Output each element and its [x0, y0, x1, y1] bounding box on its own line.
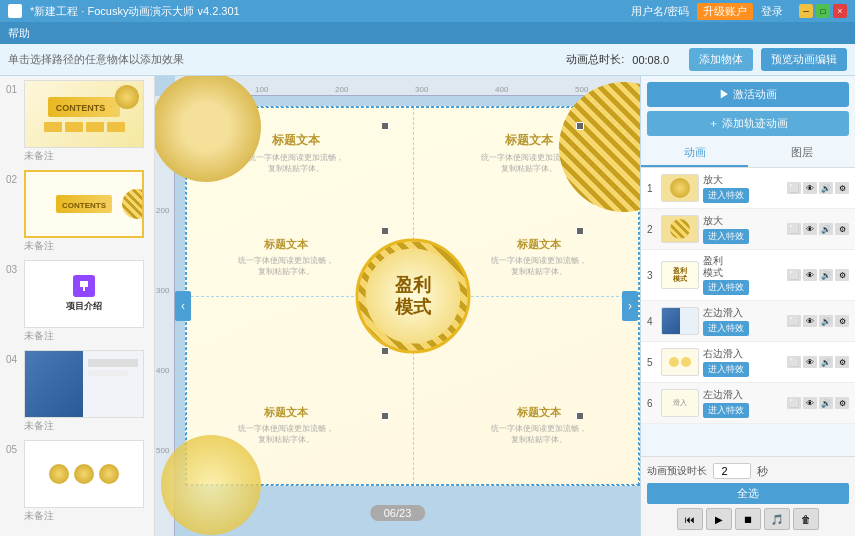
win-minimize[interactable]: ─: [799, 4, 813, 18]
upgrade-btn[interactable]: 升级账户: [697, 3, 753, 20]
anim-item-4[interactable]: 4 左边滑入 进入特效 ⬜ 👁 🔊 ⚙: [641, 301, 855, 342]
page-indicator: 06/23: [370, 505, 426, 521]
activate-btn[interactable]: ▶ 激活动画: [647, 82, 849, 107]
anim-icon-sound-1[interactable]: 🔊: [819, 182, 833, 194]
anim-icon-gear-4[interactable]: ⚙: [835, 315, 849, 327]
anim-num-6: 6: [647, 398, 657, 409]
anim-icon-eye-2[interactable]: 👁: [803, 223, 817, 235]
anim-item-1[interactable]: 1 放大 进入特效 ⬜ 👁 🔊 ⚙: [641, 168, 855, 209]
add-anim-wrap: ＋ 添加轨迹动画: [641, 107, 855, 140]
anim-icon-sound-3[interactable]: 🔊: [819, 269, 833, 281]
anim-icon-gear-5[interactable]: ⚙: [835, 356, 849, 368]
enter-btn-3[interactable]: 进入特效: [703, 280, 749, 295]
anim-icon-eye-4[interactable]: 👁: [803, 315, 817, 327]
canvas-area[interactable]: 100 200 300 400 500 600 700 100 200 300 …: [155, 76, 640, 536]
anim-icon-monitor-6[interactable]: ⬜: [787, 397, 801, 409]
anim-icon-monitor-1[interactable]: ⬜: [787, 182, 801, 194]
select-all-btn[interactable]: 全选: [647, 483, 849, 504]
anim-thumb-2: [661, 215, 699, 243]
slide-label-4: 未备注: [0, 418, 154, 436]
toolbar: 单击选择路径的任意物体以添加效果 动画总时长: 00:08.0 添加物体 预览动…: [0, 44, 855, 76]
anim-num-2: 2: [647, 224, 657, 235]
anim-icon-sound-4[interactable]: 🔊: [819, 315, 833, 327]
stop-btn[interactable]: ⏹: [735, 508, 761, 530]
slide-label-5: 未备注: [0, 508, 154, 526]
anim-icon-gear-2[interactable]: ⚙: [835, 223, 849, 235]
slide-num-1: 01: [6, 84, 20, 148]
anim-icon-sound-6[interactable]: 🔊: [819, 397, 833, 409]
anim-controls-4: ⬜ 👁 🔊 ⚙: [787, 315, 849, 327]
anim-num-4: 4: [647, 316, 657, 327]
duration-preset-label: 动画预设时长: [647, 464, 707, 478]
center-circle-text: 盈利 模式: [395, 274, 431, 317]
enter-btn-2[interactable]: 进入特效: [703, 229, 749, 244]
anim-icon-eye-6[interactable]: 👁: [803, 397, 817, 409]
animation-list: 1 放大 进入特效 ⬜ 👁 🔊 ⚙: [641, 168, 855, 456]
anim-icon-sound-2[interactable]: 🔊: [819, 223, 833, 235]
center-circle[interactable]: 盈利 模式: [355, 239, 470, 354]
anim-controls-5: ⬜ 👁 🔊 ⚙: [787, 356, 849, 368]
menu-help[interactable]: 帮助: [8, 26, 30, 41]
add-object-button[interactable]: 添加物体: [689, 48, 753, 71]
slide-item-3[interactable]: 03 项目介绍: [0, 256, 154, 328]
anim-item-6[interactable]: 6 滑入 左边滑入 进入特效 ⬜ 👁 🔊 ⚙: [641, 383, 855, 424]
sound-btn[interactable]: 🎵: [764, 508, 790, 530]
anim-icon-gear-6[interactable]: ⚙: [835, 397, 849, 409]
slide-item-4[interactable]: 04: [0, 346, 154, 418]
anim-icon-monitor-2[interactable]: ⬜: [787, 223, 801, 235]
anim-icon-gear-3[interactable]: ⚙: [835, 269, 849, 281]
add-anim-btn[interactable]: ＋ 添加轨迹动画: [647, 111, 849, 136]
anim-icon-monitor-4[interactable]: ⬜: [787, 315, 801, 327]
enter-btn-6[interactable]: 进入特效: [703, 403, 749, 418]
slide-label-1: 未备注: [0, 148, 154, 166]
anim-icon-eye-3[interactable]: 👁: [803, 269, 817, 281]
win-maximize[interactable]: □: [816, 4, 830, 18]
login-label[interactable]: 登录: [761, 4, 783, 19]
anim-num-3: 3: [647, 270, 657, 281]
enter-btn-4[interactable]: 进入特效: [703, 321, 749, 336]
panel-tabs: 动画 图层: [641, 140, 855, 168]
handle-6: [576, 412, 584, 420]
anim-item-5[interactable]: 5 右边滑入 进入特效 ⬜ 👁 🔊 ⚙: [641, 342, 855, 383]
enter-btn-5[interactable]: 进入特效: [703, 362, 749, 377]
preview-button[interactable]: 预览动画编辑: [761, 48, 847, 71]
slide-num-2: 02: [6, 174, 20, 238]
tab-animation[interactable]: 动画: [641, 140, 748, 167]
slide-thumb-2: CONTENTS: [24, 170, 144, 238]
anim-icon-monitor-5[interactable]: ⬜: [787, 356, 801, 368]
tab-scene[interactable]: 图层: [748, 140, 855, 167]
anim-info-6: 左边滑入 进入特效: [703, 388, 783, 418]
win-close[interactable]: ×: [833, 4, 847, 18]
handle-5: [381, 412, 389, 420]
anim-thumb-3: 盈利模式: [661, 261, 699, 289]
slide-label-3: 未备注: [0, 328, 154, 346]
anim-info-2: 放大 进入特效: [703, 214, 783, 244]
slide-thumb-4: [24, 350, 144, 418]
anim-item-2[interactable]: 2 放大 进入特效 ⬜ 👁 🔊 ⚙: [641, 209, 855, 250]
left-nav-arrow[interactable]: ‹: [175, 291, 191, 321]
enter-btn-1[interactable]: 进入特效: [703, 188, 749, 203]
text-block-ml: 标题文本 统一字体使阅读更加流畅，复制粘贴字体。: [206, 237, 366, 277]
play-prev-btn[interactable]: ⏮: [677, 508, 703, 530]
main-area: 01 CONTENTS ": [0, 76, 855, 536]
duration-preset-input[interactable]: [713, 463, 751, 479]
right-nav-arrow[interactable]: ›: [622, 291, 638, 321]
handle-2: [576, 122, 584, 130]
text-block-br: 标题文本 统一字体使阅读更加流畅，复制粘贴字体。: [459, 405, 619, 445]
slide-item-1[interactable]: 01 CONTENTS ": [0, 76, 154, 148]
anim-thumb-6: 滑入: [661, 389, 699, 417]
anim-icon-sound-5[interactable]: 🔊: [819, 356, 833, 368]
slide-item-2[interactable]: 02 CONTENTS: [0, 166, 154, 238]
anim-info-3: 盈利模式 进入特效: [703, 255, 783, 295]
delete-btn[interactable]: 🗑: [793, 508, 819, 530]
user-label[interactable]: 用户名/密码: [631, 4, 689, 19]
anim-icon-monitor-3[interactable]: ⬜: [787, 269, 801, 281]
anim-icon-eye-1[interactable]: 👁: [803, 182, 817, 194]
toolbar-hint: 单击选择路径的任意物体以添加效果: [8, 52, 558, 67]
slide-item-5[interactable]: 05: [0, 436, 154, 508]
anim-icon-gear-1[interactable]: ⚙: [835, 182, 849, 194]
handle-7: [381, 347, 389, 355]
anim-icon-eye-5[interactable]: 👁: [803, 356, 817, 368]
play-btn[interactable]: ▶: [706, 508, 732, 530]
anim-item-3[interactable]: 3 盈利模式 盈利模式 进入特效 ⬜ 👁 🔊 ⚙: [641, 250, 855, 301]
